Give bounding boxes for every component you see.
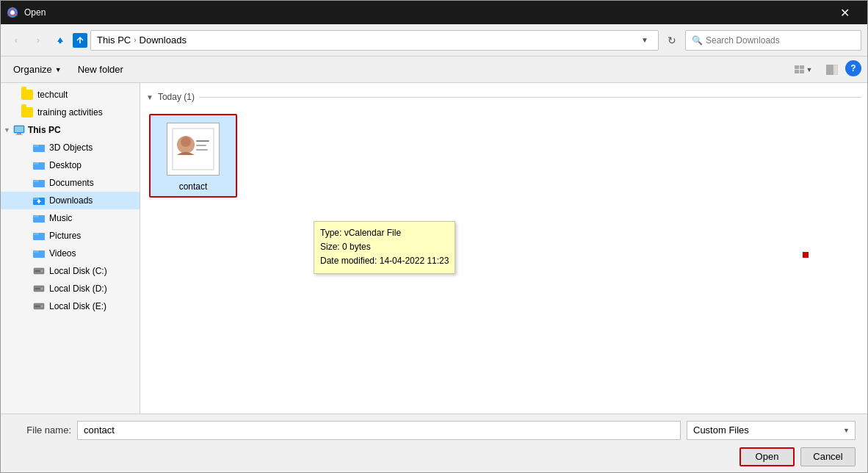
svg-point-32 [41,288,43,290]
folder-music-icon [33,212,45,224]
sidebar-item-label: Documents [49,178,94,188]
sidebar-thispc[interactable]: ▼ This PC [1,121,140,139]
svg-rect-21 [38,202,40,203]
file-area: ▼ Today (1) [140,83,867,414]
sidebar-item-locald[interactable]: Local Disk (D:) [1,280,140,297]
sidebar-item-techcult[interactable]: techcult [1,86,140,104]
filename-input[interactable] [77,421,681,440]
sidebar-item-label: Music [49,213,72,223]
contact-file-visual [167,123,220,176]
sidebar-item-downloads[interactable]: Downloads [1,192,140,209]
file-item-contact[interactable]: contact [149,114,237,198]
folder-videos-icon [33,248,45,259]
path-content: This PC › Downloads [97,35,637,46]
sidebar-item-documents[interactable]: Documents [1,174,140,192]
bottom-bar: File name: Custom Files All Files Open C… [1,414,867,472]
chrome-icon [7,7,18,18]
close-button[interactable]: ✕ [828,1,861,24]
drive-c-icon [33,265,45,277]
address-bar: ‹ › This PC › Downloads ▼ ↻ 🔍 [1,24,867,57]
sidebar-item-locale[interactable]: Local Disk (E:) [1,297,140,315]
path-arrow-1: › [134,36,136,44]
help-button[interactable]: ? [845,60,861,76]
organize-button[interactable]: Organize ▼ [7,60,68,79]
svg-rect-3 [795,65,799,69]
sidebar-item-training[interactable]: training activities [1,104,140,121]
filename-label: File name: [12,425,71,436]
pc-icon [13,124,25,136]
svg-rect-27 [33,250,39,253]
title-bar: Open ✕ [1,1,867,24]
svg-rect-25 [33,233,39,235]
svg-rect-12 [15,126,23,132]
svg-rect-41 [196,145,206,146]
sidebar-item-desktop[interactable]: Desktop [1,156,140,174]
sidebar-item-label: training activities [37,107,103,118]
sidebar-item-label: Pictures [49,231,81,241]
folder-downloads-icon [33,195,45,206]
address-path[interactable]: This PC › Downloads ▼ [90,30,659,51]
svg-rect-40 [196,140,209,142]
sidebar-thispc-label: This PC [28,125,61,135]
search-icon: 🔍 [692,35,703,46]
sidebar-item-label: Downloads [49,195,93,206]
svg-rect-5 [795,70,799,73]
sidebar-item-localc[interactable]: Local Disk (C:) [1,262,140,280]
svg-rect-20 [33,198,39,200]
filename-row: File name: Custom Files All Files [12,421,856,440]
search-input[interactable] [706,35,855,46]
svg-rect-23 [33,215,39,217]
drive-d-icon [33,283,45,295]
svg-rect-33 [35,288,40,289]
open-button[interactable]: Open [739,447,795,466]
group-header-today: ▼ Today (1) [146,89,861,105]
sidebar-item-label: Local Disk (C:) [49,266,107,276]
up-button[interactable] [51,31,70,50]
folder-pictures-icon [33,230,45,242]
sidebar-item-music[interactable]: Music [1,209,140,227]
svg-rect-10 [17,133,21,134]
filetype-select[interactable]: Custom Files All Files [687,421,856,440]
path-thispc: This PC [97,35,131,46]
svg-rect-6 [800,70,804,73]
path-dropdown-button[interactable]: ▼ [637,33,652,48]
preview-pane-button[interactable] [822,60,842,79]
sidebar-item-label: Videos [49,248,76,259]
folder-desktop-icon [33,159,45,171]
tooltip-date: Date modified: 14-04-2022 11:23 [320,254,449,268]
folder-docs-icon [33,177,45,189]
dialog-title: Open [24,7,828,18]
svg-rect-18 [33,180,39,182]
sidebar-item-label: 3D Objects [49,142,93,153]
sidebar: techcult training activities ▼ This PC [1,83,140,414]
action-row: Open Cancel [12,447,856,466]
svg-rect-36 [35,306,40,307]
sidebar-item-pictures[interactable]: Pictures [1,227,140,245]
toolbar-right: ▼ ? [788,60,861,79]
expand-icon: ▼ [4,126,10,134]
new-folder-button[interactable]: New folder [71,60,130,79]
view-options-button[interactable]: ▼ [788,60,819,79]
sidebar-item-label: Desktop [49,160,82,170]
file-tooltip: Type: vCalendar File Size: 0 bytes Date … [314,221,455,274]
action-buttons: Open Cancel [739,447,856,466]
svg-point-39 [181,137,191,147]
tooltip-type: Type: vCalendar File [320,226,449,240]
group-chevron: ▼ [146,93,153,101]
svg-rect-7 [826,65,833,75]
sidebar-item-videos[interactable]: Videos [1,245,140,262]
group-label: Today (1) [158,92,195,102]
toolbar: Organize ▼ New folder ▼ [1,57,867,83]
back-button[interactable]: ‹ [7,31,26,50]
search-box[interactable]: 🔍 [685,30,861,51]
svg-rect-8 [834,65,838,75]
location-icon [73,33,87,48]
sidebar-item-3dobjects[interactable]: 3D Objects [1,139,140,156]
folder-3d-icon [33,142,45,154]
forward-button[interactable]: › [29,31,48,50]
folder-icon [21,107,33,118]
organize-arrow: ▼ [55,66,62,73]
sidebar-item-label: Local Disk (E:) [49,301,106,311]
cancel-button[interactable]: Cancel [800,447,856,466]
refresh-button[interactable]: ↻ [662,30,682,51]
